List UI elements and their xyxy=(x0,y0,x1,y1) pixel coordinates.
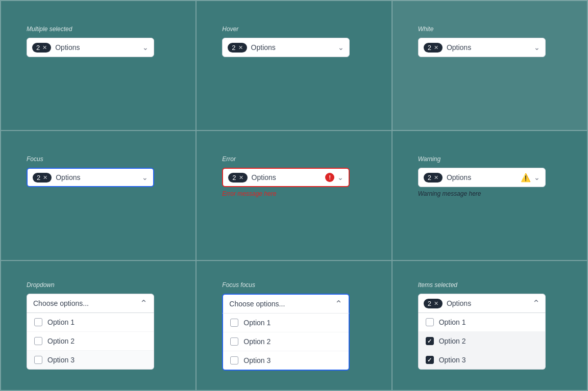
checkbox-f3[interactable] xyxy=(230,356,238,364)
list-item[interactable]: Option 2 xyxy=(27,332,154,351)
dropdown-focus-trigger[interactable]: Choose options... ⌄ xyxy=(222,294,350,314)
warning-icons: ⚠️ ⌄ xyxy=(521,173,540,183)
badge-multiple-selected: 2 ✕ xyxy=(32,43,51,53)
checkbox-is2[interactable] xyxy=(426,337,434,345)
chevron-down-icon-warning: ⌄ xyxy=(534,173,540,181)
dropdown-focus-panel: Option 1 Option 2 Option 3 xyxy=(222,314,350,371)
chevron-down-icon-focus: ⌄ xyxy=(142,173,148,181)
select-white[interactable]: 2 ✕ Options ⌄ xyxy=(418,38,546,57)
warning-message: Warning message here xyxy=(418,190,561,197)
list-item[interactable]: Option 1 xyxy=(223,314,349,332)
select-text-error: Options xyxy=(252,173,326,181)
dropdown-default-panel: Option 1 Option 2 Option 3 xyxy=(27,313,154,370)
list-item[interactable]: Option 3 xyxy=(27,351,154,369)
select-text-white: Options xyxy=(447,43,534,51)
chevron-up-icon-items: ⌄ xyxy=(532,297,540,308)
badge-count-warning: 2 xyxy=(428,174,431,181)
label-warning: Warning xyxy=(418,155,561,163)
list-item[interactable]: Option 3 xyxy=(419,351,545,369)
error-icons: ! ⌄ xyxy=(325,173,344,182)
badge-clear-btn[interactable]: ✕ xyxy=(42,44,47,51)
badge-count-focus: 2 xyxy=(37,174,40,181)
list-item[interactable]: Option 1 xyxy=(27,313,154,332)
badge-count-white: 2 xyxy=(428,44,431,51)
checkbox-3[interactable] xyxy=(34,356,42,364)
dropdown-default-trigger[interactable]: Choose options... ⌄ xyxy=(27,294,154,313)
badge-count-hover: 2 xyxy=(232,44,235,51)
option-label-f1: Option 1 xyxy=(243,319,271,327)
label-focus-dropdown: Focus focus xyxy=(222,281,365,289)
badge-clear-btn-focus[interactable]: ✕ xyxy=(43,174,47,181)
cell-white: White 2 ✕ Options ⌄ xyxy=(392,1,587,131)
list-item[interactable]: Option 2 xyxy=(419,332,545,351)
cell-items-selected: Items selected 2 ✕ Options ⌄ Option 1 Op… xyxy=(392,260,587,390)
label-focus: Focus xyxy=(27,155,170,163)
select-text-warning: Options xyxy=(447,173,521,181)
badge-clear-btn-error[interactable]: ✕ xyxy=(239,174,243,181)
error-message: Error message here xyxy=(222,190,365,197)
select-text-hover: Options xyxy=(251,43,338,51)
badge-white: 2 ✕ xyxy=(424,43,443,53)
badge-clear-btn-warning[interactable]: ✕ xyxy=(434,174,438,181)
label-multiple-selected: Multiple selected xyxy=(27,25,170,33)
chevron-down-icon-hover: ⌄ xyxy=(338,43,344,51)
chevron-up-icon-dropdown: ⌄ xyxy=(140,297,148,308)
option-label-is1: Option 1 xyxy=(439,318,466,326)
badge-clear-btn-white[interactable]: ✕ xyxy=(434,44,438,51)
checkbox-is1[interactable] xyxy=(426,318,434,326)
items-selected-text: Options xyxy=(447,299,532,307)
list-item[interactable]: Option 1 xyxy=(419,313,545,332)
option-label-f2: Option 2 xyxy=(243,337,271,346)
badge-error: 2 ✕ xyxy=(228,173,247,183)
badge-focus: 2 ✕ xyxy=(33,173,52,183)
warning-icon: ⚠️ xyxy=(521,173,531,183)
list-item[interactable]: Option 3 xyxy=(223,351,349,370)
checkbox-f2[interactable] xyxy=(230,337,238,346)
option-label-is3: Option 3 xyxy=(439,356,466,364)
items-selected-wrapper: 2 ✕ Options ⌄ Option 1 Option 2 Option 3 xyxy=(418,294,546,370)
badge-items-selected: 2 ✕ xyxy=(424,299,443,308)
checkbox-is3[interactable] xyxy=(426,356,434,364)
select-hover[interactable]: 2 ✕ Options ⌄ xyxy=(222,38,350,57)
badge-clear-btn-hover[interactable]: ✕ xyxy=(238,44,243,51)
select-focus[interactable]: 2 ✕ Options ⌄ xyxy=(27,168,154,187)
list-item[interactable]: Option 2 xyxy=(223,332,349,351)
cell-hover: Hover 2 ✕ Options ⌄ xyxy=(196,1,391,131)
option-label-3: Option 3 xyxy=(47,356,75,364)
chevron-down-icon-white: ⌄ xyxy=(534,43,540,51)
checkbox-f1[interactable] xyxy=(230,319,238,327)
select-text-focus: Options xyxy=(56,173,142,181)
label-white: White xyxy=(418,25,561,33)
cell-dropdown: Dropdown Choose options... ⌄ Option 1 Op… xyxy=(1,260,196,390)
dropdown-focus-wrapper: Choose options... ⌄ Option 1 Option 2 Op… xyxy=(222,294,350,371)
main-grid: Multiple selected 2 ✕ Options ⌄ Hover 2 … xyxy=(0,0,588,391)
label-items-selected: Items selected xyxy=(418,281,561,289)
option-label-1: Option 1 xyxy=(47,318,75,326)
cell-error: Error 2 ✕ Options ! ⌄ Error message here xyxy=(196,131,391,260)
option-label-2: Option 2 xyxy=(47,337,75,345)
option-label-f3: Option 3 xyxy=(243,356,271,364)
select-warning[interactable]: 2 ✕ Options ⚠️ ⌄ xyxy=(418,168,546,187)
error-icon: ! xyxy=(325,173,334,182)
badge-count: 2 xyxy=(36,44,40,51)
option-label-is2: Option 2 xyxy=(439,337,466,345)
cell-focus: Focus 2 ✕ Options ⌄ xyxy=(1,131,196,260)
select-text-multiple: Options xyxy=(55,43,142,51)
badge-clear-btn-items[interactable]: ✕ xyxy=(434,300,438,307)
chevron-down-icon-error: ⌄ xyxy=(337,173,344,181)
label-dropdown: Dropdown xyxy=(27,281,170,289)
label-hover: Hover xyxy=(222,25,365,33)
items-selected-trigger[interactable]: 2 ✕ Options ⌄ xyxy=(418,294,546,313)
badge-hover: 2 ✕ xyxy=(228,43,247,53)
select-error[interactable]: 2 ✕ Options ! ⌄ xyxy=(222,168,350,187)
badge-warning: 2 ✕ xyxy=(424,173,443,183)
checkbox-2[interactable] xyxy=(34,337,42,345)
cell-multiple-selected: Multiple selected 2 ✕ Options ⌄ xyxy=(1,1,196,131)
items-selected-panel: Option 1 Option 2 Option 3 xyxy=(418,313,546,370)
dropdown-focus-text: Choose options... xyxy=(229,300,335,308)
chevron-up-icon-focus: ⌄ xyxy=(335,298,342,309)
checkbox-1[interactable] xyxy=(34,318,42,326)
chevron-down-icon: ⌄ xyxy=(142,43,149,51)
select-multiple-selected[interactable]: 2 ✕ Options ⌄ xyxy=(27,38,154,57)
badge-count-error: 2 xyxy=(232,174,236,181)
